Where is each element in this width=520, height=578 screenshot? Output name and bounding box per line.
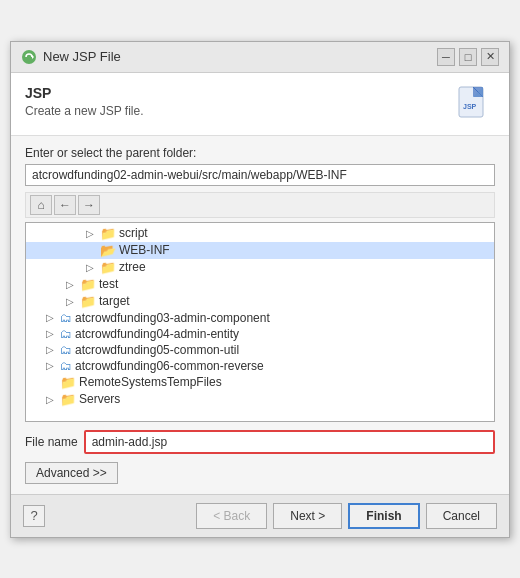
folder-icon-ztree: 📁 bbox=[100, 260, 116, 275]
tree-label-target: target bbox=[99, 294, 130, 308]
tree-label-remotesystems: RemoteSystemsTempFiles bbox=[79, 375, 222, 389]
back-nav-button[interactable]: ← bbox=[54, 195, 76, 215]
tree-arrow-atcrowdfunding04: ▷ bbox=[46, 328, 60, 339]
title-bar: New JSP File ─ □ ✕ bbox=[11, 42, 509, 73]
finish-button[interactable]: Finish bbox=[348, 503, 419, 529]
tree-item-atcrowdfunding06[interactable]: ▷ 🗂 atcrowdfunding06-common-reverse bbox=[26, 358, 494, 374]
tree-arrow-ztree: ▷ bbox=[86, 262, 100, 273]
next-button[interactable]: Next > bbox=[273, 503, 342, 529]
tree-arrow-script: ▷ bbox=[86, 228, 100, 239]
new-jsp-dialog: New JSP File ─ □ ✕ JSP Create a new JSP … bbox=[10, 41, 510, 538]
cancel-button[interactable]: Cancel bbox=[426, 503, 497, 529]
header-description: Create a new JSP file. bbox=[25, 104, 144, 118]
tree-arrow-test: ▷ bbox=[66, 279, 80, 290]
tree-item-atcrowdfunding05[interactable]: ▷ 🗂 atcrowdfunding05-common-util bbox=[26, 342, 494, 358]
svg-text:JSP: JSP bbox=[463, 103, 477, 110]
tree-item-webinf[interactable]: 📂 WEB-INF bbox=[26, 242, 494, 259]
tree-item-script[interactable]: ▷ 📁 script bbox=[26, 225, 494, 242]
close-button[interactable]: ✕ bbox=[481, 48, 499, 66]
tree-label-ztree: ztree bbox=[119, 260, 146, 274]
tree-item-servers[interactable]: ▷ 📁 Servers bbox=[26, 391, 494, 408]
help-button[interactable]: ? bbox=[23, 505, 45, 527]
tree-toolbar: ⌂ ← → bbox=[25, 192, 495, 218]
tree-item-remotesystems[interactable]: 📁 RemoteSystemsTempFiles bbox=[26, 374, 494, 391]
forward-nav-button[interactable]: → bbox=[78, 195, 100, 215]
folder-icon-target: 📁 bbox=[80, 294, 96, 309]
tree-arrow-atcrowdfunding03: ▷ bbox=[46, 312, 60, 323]
folder-tree[interactable]: ▷ 📁 script 📂 WEB-INF ▷ 📁 ztree ▷ 📁 test bbox=[25, 222, 495, 422]
tree-label-script: script bbox=[119, 226, 148, 240]
tree-label-atcrowdfunding03: atcrowdfunding03-admin-component bbox=[75, 311, 270, 325]
header-section: JSP Create a new JSP file. JSP bbox=[11, 73, 509, 136]
folder-icon-script: 📁 bbox=[100, 226, 116, 241]
advanced-button[interactable]: Advanced >> bbox=[25, 462, 118, 484]
tree-item-test[interactable]: ▷ 📁 test bbox=[26, 276, 494, 293]
folder-icon-webinf: 📂 bbox=[100, 243, 116, 258]
minimize-button[interactable]: ─ bbox=[437, 48, 455, 66]
tree-item-atcrowdfunding03[interactable]: ▷ 🗂 atcrowdfunding03-admin-component bbox=[26, 310, 494, 326]
tree-label-test: test bbox=[99, 277, 118, 291]
tree-label-atcrowdfunding04: atcrowdfunding04-admin-entity bbox=[75, 327, 239, 341]
tree-arrow-servers: ▷ bbox=[46, 394, 60, 405]
tree-arrow-target: ▷ bbox=[66, 296, 80, 307]
tree-arrow-atcrowdfunding05: ▷ bbox=[46, 344, 60, 355]
tree-label-servers: Servers bbox=[79, 392, 120, 406]
tree-label-atcrowdfunding05: atcrowdfunding05-common-util bbox=[75, 343, 239, 357]
node-icon-atcrowdfunding04: 🗂 bbox=[60, 327, 72, 341]
tree-label-webinf: WEB-INF bbox=[119, 243, 170, 257]
folder-icon-servers: 📁 bbox=[60, 392, 76, 407]
folder-icon-test: 📁 bbox=[80, 277, 96, 292]
header-type: JSP bbox=[25, 85, 144, 101]
node-icon-atcrowdfunding06: 🗂 bbox=[60, 359, 72, 373]
tree-arrow-atcrowdfunding06: ▷ bbox=[46, 360, 60, 371]
file-name-label: File name bbox=[25, 435, 78, 449]
dialog-title: New JSP File bbox=[43, 49, 121, 64]
home-button[interactable]: ⌂ bbox=[30, 195, 52, 215]
tree-label-atcrowdfunding06: atcrowdfunding06-common-reverse bbox=[75, 359, 264, 373]
dialog-footer: ? < Back Next > Finish Cancel bbox=[11, 494, 509, 537]
folder-label: Enter or select the parent folder: bbox=[25, 146, 495, 160]
tree-item-target[interactable]: ▷ 📁 target bbox=[26, 293, 494, 310]
back-button[interactable]: < Back bbox=[196, 503, 267, 529]
folder-path-input[interactable] bbox=[25, 164, 495, 186]
body-section: Enter or select the parent folder: ⌂ ← →… bbox=[11, 136, 509, 494]
node-icon-atcrowdfunding05: 🗂 bbox=[60, 343, 72, 357]
window-controls: ─ □ ✕ bbox=[437, 48, 499, 66]
file-name-row: File name bbox=[25, 430, 495, 454]
node-icon-atcrowdfunding03: 🗂 bbox=[60, 311, 72, 325]
tree-item-atcrowdfunding04[interactable]: ▷ 🗂 atcrowdfunding04-admin-entity bbox=[26, 326, 494, 342]
header-icon: JSP bbox=[455, 85, 495, 125]
tree-item-ztree[interactable]: ▷ 📁 ztree bbox=[26, 259, 494, 276]
folder-icon-remotesystems: 📁 bbox=[60, 375, 76, 390]
maximize-button[interactable]: □ bbox=[459, 48, 477, 66]
file-name-input[interactable] bbox=[84, 430, 495, 454]
dialog-icon bbox=[21, 49, 37, 65]
